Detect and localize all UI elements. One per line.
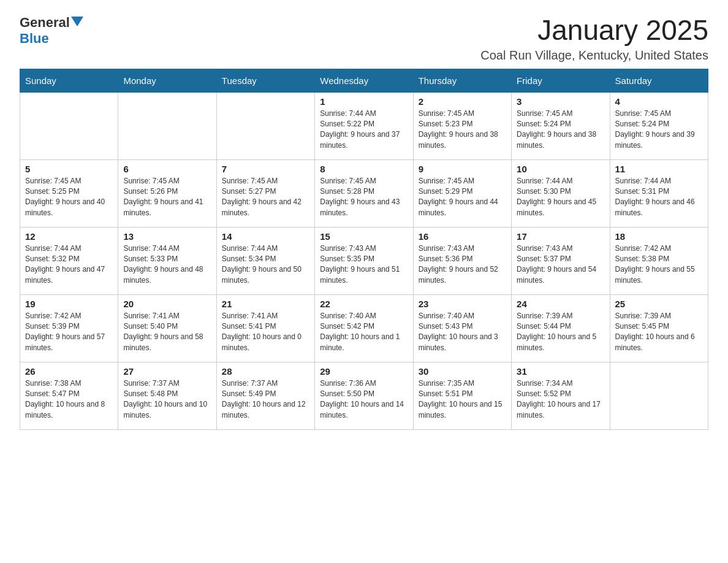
day-info: Sunrise: 7:44 AM Sunset: 5:32 PM Dayligh…: [25, 243, 113, 286]
day-number: 1: [320, 96, 408, 107]
calendar-cell: 18Sunrise: 7:42 AM Sunset: 5:38 PM Dayli…: [610, 227, 708, 294]
calendar-cell: 14Sunrise: 7:44 AM Sunset: 5:34 PM Dayli…: [216, 227, 314, 294]
calendar-cell: 3Sunrise: 7:45 AM Sunset: 5:24 PM Daylig…: [512, 92, 610, 159]
day-number: 26: [25, 366, 113, 377]
page-header: General Blue January 2025 Coal Run Villa…: [20, 15, 708, 63]
calendar-cell: 2Sunrise: 7:45 AM Sunset: 5:23 PM Daylig…: [413, 92, 511, 159]
day-info: Sunrise: 7:39 AM Sunset: 5:45 PM Dayligh…: [615, 311, 703, 354]
calendar-cell: 1Sunrise: 7:44 AM Sunset: 5:22 PM Daylig…: [315, 92, 413, 159]
calendar-cell: 19Sunrise: 7:42 AM Sunset: 5:39 PM Dayli…: [20, 294, 118, 362]
header-wednesday: Wednesday: [315, 69, 413, 92]
calendar-cell: 20Sunrise: 7:41 AM Sunset: 5:40 PM Dayli…: [118, 294, 216, 362]
day-number: 31: [517, 366, 604, 377]
day-info: Sunrise: 7:36 AM Sunset: 5:50 PM Dayligh…: [320, 378, 408, 421]
day-number: 29: [320, 366, 408, 377]
day-number: 23: [419, 299, 506, 309]
day-info: Sunrise: 7:45 AM Sunset: 5:24 PM Dayligh…: [615, 109, 703, 151]
calendar-subtitle: Coal Run Village, Kentucky, United State…: [480, 48, 708, 63]
calendar-cell: [216, 92, 314, 159]
day-number: 12: [25, 231, 113, 242]
header-friday: Friday: [512, 69, 610, 92]
day-number: 28: [222, 366, 309, 377]
day-info: Sunrise: 7:45 AM Sunset: 5:26 PM Dayligh…: [123, 176, 211, 219]
day-info: Sunrise: 7:42 AM Sunset: 5:38 PM Dayligh…: [615, 243, 703, 286]
day-number: 4: [615, 96, 703, 107]
day-number: 16: [419, 231, 506, 242]
day-info: Sunrise: 7:35 AM Sunset: 5:51 PM Dayligh…: [419, 378, 506, 421]
day-info: Sunrise: 7:44 AM Sunset: 5:34 PM Dayligh…: [222, 243, 309, 286]
calendar-cell: 11Sunrise: 7:44 AM Sunset: 5:31 PM Dayli…: [610, 159, 708, 227]
day-number: 7: [222, 164, 309, 174]
day-info: Sunrise: 7:42 AM Sunset: 5:39 PM Dayligh…: [25, 311, 113, 354]
day-number: 21: [222, 299, 309, 309]
calendar-cell: 9Sunrise: 7:45 AM Sunset: 5:29 PM Daylig…: [413, 159, 511, 227]
day-info: Sunrise: 7:38 AM Sunset: 5:47 PM Dayligh…: [25, 378, 113, 421]
day-number: 2: [419, 96, 506, 107]
calendar-cell: 29Sunrise: 7:36 AM Sunset: 5:50 PM Dayli…: [315, 362, 413, 429]
calendar-cell: 8Sunrise: 7:45 AM Sunset: 5:28 PM Daylig…: [315, 159, 413, 227]
calendar-cell: 30Sunrise: 7:35 AM Sunset: 5:51 PM Dayli…: [413, 362, 511, 429]
calendar-cell: 15Sunrise: 7:43 AM Sunset: 5:35 PM Dayli…: [315, 227, 413, 294]
day-info: Sunrise: 7:45 AM Sunset: 5:27 PM Dayligh…: [222, 176, 309, 219]
calendar-week-row: 12Sunrise: 7:44 AM Sunset: 5:32 PM Dayli…: [20, 227, 708, 294]
calendar-week-row: 19Sunrise: 7:42 AM Sunset: 5:39 PM Dayli…: [20, 294, 708, 362]
day-number: 17: [517, 231, 604, 242]
day-info: Sunrise: 7:44 AM Sunset: 5:31 PM Dayligh…: [615, 176, 703, 219]
header-thursday: Thursday: [413, 69, 511, 92]
calendar-title: January 2025: [480, 15, 708, 46]
day-info: Sunrise: 7:45 AM Sunset: 5:28 PM Dayligh…: [320, 176, 408, 219]
calendar-cell: [20, 92, 118, 159]
day-number: 14: [222, 231, 309, 242]
day-info: Sunrise: 7:44 AM Sunset: 5:22 PM Dayligh…: [320, 109, 408, 151]
day-number: 24: [517, 299, 604, 309]
day-number: 8: [320, 164, 408, 174]
day-number: 25: [615, 299, 703, 309]
calendar-table: SundayMondayTuesdayWednesdayThursdayFrid…: [20, 69, 708, 430]
calendar-cell: 21Sunrise: 7:41 AM Sunset: 5:41 PM Dayli…: [216, 294, 314, 362]
day-number: 27: [123, 366, 211, 377]
calendar-cell: 17Sunrise: 7:43 AM Sunset: 5:37 PM Dayli…: [512, 227, 610, 294]
logo-general: General: [20, 15, 70, 31]
calendar-cell: 25Sunrise: 7:39 AM Sunset: 5:45 PM Dayli…: [610, 294, 708, 362]
calendar-cell: 7Sunrise: 7:45 AM Sunset: 5:27 PM Daylig…: [216, 159, 314, 227]
calendar-cell: 23Sunrise: 7:40 AM Sunset: 5:43 PM Dayli…: [413, 294, 511, 362]
day-number: 6: [123, 164, 211, 174]
day-info: Sunrise: 7:40 AM Sunset: 5:43 PM Dayligh…: [419, 311, 506, 354]
calendar-cell: [118, 92, 216, 159]
header-monday: Monday: [118, 69, 216, 92]
day-info: Sunrise: 7:45 AM Sunset: 5:23 PM Dayligh…: [419, 109, 506, 151]
calendar-cell: 6Sunrise: 7:45 AM Sunset: 5:26 PM Daylig…: [118, 159, 216, 227]
day-info: Sunrise: 7:40 AM Sunset: 5:42 PM Dayligh…: [320, 311, 408, 354]
calendar-cell: 22Sunrise: 7:40 AM Sunset: 5:42 PM Dayli…: [315, 294, 413, 362]
logo-blue: Blue: [20, 31, 49, 47]
calendar-cell: 26Sunrise: 7:38 AM Sunset: 5:47 PM Dayli…: [20, 362, 118, 429]
calendar-cell: 4Sunrise: 7:45 AM Sunset: 5:24 PM Daylig…: [610, 92, 708, 159]
day-info: Sunrise: 7:37 AM Sunset: 5:49 PM Dayligh…: [222, 378, 309, 421]
day-number: 13: [123, 231, 211, 242]
day-info: Sunrise: 7:44 AM Sunset: 5:33 PM Dayligh…: [123, 243, 211, 286]
day-number: 30: [419, 366, 506, 377]
day-info: Sunrise: 7:43 AM Sunset: 5:36 PM Dayligh…: [419, 243, 506, 286]
calendar-cell: 5Sunrise: 7:45 AM Sunset: 5:25 PM Daylig…: [20, 159, 118, 227]
calendar-cell: 12Sunrise: 7:44 AM Sunset: 5:32 PM Dayli…: [20, 227, 118, 294]
calendar-cell: 27Sunrise: 7:37 AM Sunset: 5:48 PM Dayli…: [118, 362, 216, 429]
calendar-week-row: 26Sunrise: 7:38 AM Sunset: 5:47 PM Dayli…: [20, 362, 708, 429]
calendar-cell: 13Sunrise: 7:44 AM Sunset: 5:33 PM Dayli…: [118, 227, 216, 294]
calendar-cell: 28Sunrise: 7:37 AM Sunset: 5:49 PM Dayli…: [216, 362, 314, 429]
day-info: Sunrise: 7:39 AM Sunset: 5:44 PM Dayligh…: [517, 311, 604, 354]
day-number: 9: [419, 164, 506, 174]
day-number: 19: [25, 299, 113, 309]
day-number: 10: [517, 164, 604, 174]
day-info: Sunrise: 7:43 AM Sunset: 5:37 PM Dayligh…: [517, 243, 604, 286]
day-info: Sunrise: 7:41 AM Sunset: 5:41 PM Dayligh…: [222, 311, 309, 354]
logo-triangle-icon: [71, 17, 83, 26]
header-tuesday: Tuesday: [216, 69, 314, 92]
day-number: 18: [615, 231, 703, 242]
day-info: Sunrise: 7:45 AM Sunset: 5:29 PM Dayligh…: [419, 176, 506, 219]
calendar-week-row: 5Sunrise: 7:45 AM Sunset: 5:25 PM Daylig…: [20, 159, 708, 227]
day-info: Sunrise: 7:41 AM Sunset: 5:40 PM Dayligh…: [123, 311, 211, 354]
day-info: Sunrise: 7:45 AM Sunset: 5:25 PM Dayligh…: [25, 176, 113, 219]
calendar-cell: 16Sunrise: 7:43 AM Sunset: 5:36 PM Dayli…: [413, 227, 511, 294]
day-number: 11: [615, 164, 703, 174]
calendar-cell: [610, 362, 708, 429]
